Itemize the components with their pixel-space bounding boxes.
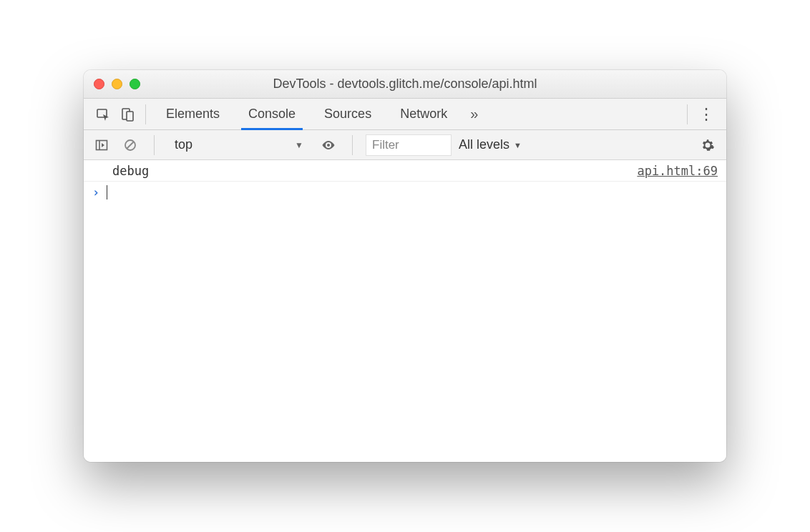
- toggle-drawer-icon[interactable]: [91, 139, 112, 152]
- tab-label: Console: [248, 107, 296, 122]
- window-controls: [94, 79, 140, 89]
- console-settings-icon[interactable]: [696, 138, 719, 152]
- filter-placeholder: Filter: [372, 138, 399, 152]
- tab-label: Sources: [324, 107, 371, 122]
- console-message-row: debug api.html:69: [84, 160, 726, 182]
- chevron-down-icon: ▼: [514, 141, 522, 149]
- divider: [145, 104, 146, 124]
- svg-point-7: [327, 144, 330, 147]
- divider: [352, 135, 353, 155]
- tab-label: Elements: [166, 107, 220, 122]
- device-toolbar-icon[interactable]: [115, 99, 140, 129]
- execution-context-select[interactable]: top ▼: [167, 134, 311, 157]
- divider: [154, 135, 155, 155]
- tab-label: Network: [400, 107, 447, 122]
- filter-input[interactable]: Filter: [366, 134, 452, 156]
- inspect-element-icon[interactable]: [91, 99, 115, 129]
- console-message-text: debug: [112, 164, 149, 178]
- log-levels-select[interactable]: All levels ▼: [459, 137, 522, 152]
- zoom-window-button[interactable]: [130, 79, 140, 89]
- live-expression-icon[interactable]: [318, 139, 339, 151]
- clear-console-icon[interactable]: [119, 139, 141, 152]
- console-output: debug api.html:69 ›: [84, 160, 726, 462]
- svg-rect-2: [127, 112, 133, 121]
- svg-line-6: [127, 142, 134, 148]
- window-title: DevTools - devtools.glitch.me/console/ap…: [84, 77, 726, 92]
- tab-elements[interactable]: Elements: [152, 99, 234, 129]
- close-window-button[interactable]: [94, 79, 104, 89]
- prompt-chevron-icon: ›: [92, 185, 99, 200]
- devtools-window: DevTools - devtools.glitch.me/console/ap…: [84, 70, 726, 462]
- tab-sources[interactable]: Sources: [310, 99, 386, 129]
- tab-console[interactable]: Console: [234, 99, 310, 129]
- settings-menu-button[interactable]: ⋮: [693, 105, 719, 124]
- divider: [687, 104, 688, 124]
- minimize-window-button[interactable]: [112, 79, 122, 89]
- levels-label: All levels: [459, 137, 509, 152]
- context-label: top: [175, 137, 192, 152]
- main-tabs: Elements Console Sources Network: [152, 99, 462, 129]
- console-toolbar: top ▼ Filter All levels ▼: [84, 130, 726, 160]
- console-message-source-link[interactable]: api.html:69: [637, 164, 718, 178]
- main-tabs-row: Elements Console Sources Network » ⋮: [84, 99, 726, 130]
- chevron-down-icon: ▼: [295, 140, 303, 150]
- titlebar: DevTools - devtools.glitch.me/console/ap…: [84, 70, 726, 99]
- console-prompt[interactable]: ›: [84, 182, 726, 203]
- more-tabs-button[interactable]: »: [462, 106, 487, 122]
- tab-network[interactable]: Network: [386, 99, 462, 129]
- text-caret: [107, 185, 107, 200]
